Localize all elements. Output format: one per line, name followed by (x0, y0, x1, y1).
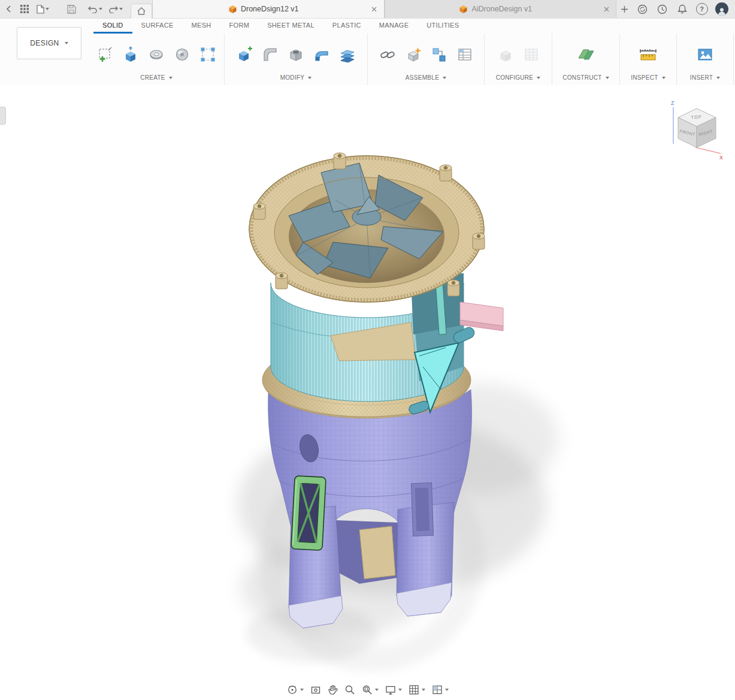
ribbon-group-row: CREATE (89, 34, 735, 85)
link-button[interactable] (378, 45, 397, 64)
extrude-button[interactable] (121, 45, 140, 64)
group-insert-menu[interactable]: INSERT (690, 73, 720, 85)
look-at-button[interactable] (308, 683, 323, 696)
group-inspect-menu[interactable]: INSPECT (631, 73, 665, 85)
fit-button[interactable] (359, 683, 381, 696)
tab-mesh[interactable]: MESH (183, 19, 220, 34)
new-component-button[interactable] (404, 45, 423, 64)
app-grid-button[interactable] (17, 0, 32, 18)
group-configure: CONFIGURE (484, 34, 552, 85)
save-button[interactable] (63, 0, 79, 18)
new-component-icon (405, 46, 422, 63)
viewports-button[interactable] (429, 683, 451, 696)
document-tab-active[interactable]: DroneDsign12 v1 (152, 0, 385, 18)
group-configure-menu[interactable]: CONFIGURE (496, 73, 541, 85)
new-tab-button[interactable] (616, 0, 633, 18)
fillet-button[interactable] (261, 45, 280, 64)
account-button[interactable] (712, 0, 731, 18)
redo-icon (108, 5, 118, 13)
configuration-icon (497, 46, 514, 63)
document-tab-label: DroneDsign12 v1 (241, 5, 299, 13)
sphere-button[interactable] (173, 45, 192, 64)
document-tab-label: AiDroneDesign v1 (471, 5, 532, 13)
group-construct-menu[interactable]: CONSTRUCT (562, 73, 609, 85)
create-sketch-button[interactable] (95, 45, 114, 64)
group-create-menu[interactable]: CREATE (140, 73, 173, 85)
tab-close-button[interactable] (370, 4, 379, 14)
dropdown-caret-icon (606, 77, 609, 79)
back-button[interactable] (1, 0, 17, 18)
viewport-canvas[interactable]: Z X TOP FRONT RIGHT (0, 85, 735, 700)
display-settings-button[interactable] (383, 684, 404, 696)
redo-button[interactable] (105, 0, 126, 18)
measure-button[interactable] (639, 45, 658, 64)
notifications-button[interactable] (672, 0, 692, 18)
construct-plane-button[interactable] (576, 45, 595, 64)
bell-icon (677, 4, 687, 14)
help-button[interactable]: ? (692, 0, 712, 18)
tab-form[interactable]: FORM (220, 19, 259, 34)
create-sketch-icon (96, 46, 113, 63)
insert-button[interactable] (695, 45, 715, 64)
grid-snap-button[interactable] (406, 683, 428, 696)
configuration-button[interactable] (496, 45, 515, 64)
tab-solid[interactable]: SOLID (93, 19, 132, 34)
file-icon (37, 5, 44, 14)
tab-manage[interactable]: MANAGE (370, 19, 418, 34)
tab-close-button[interactable] (601, 4, 611, 14)
revolve-button[interactable] (147, 45, 166, 64)
dropdown-caret-icon (308, 77, 311, 79)
undo-button[interactable] (85, 0, 105, 18)
tab-surface[interactable]: SURFACE (132, 19, 183, 34)
avatar (715, 2, 728, 16)
joint-icon (431, 46, 447, 63)
close-icon (604, 7, 609, 12)
grid-caret-icon (422, 689, 425, 691)
side-hatch-recess (411, 482, 433, 536)
combine-button[interactable] (312, 45, 331, 64)
fan-duct[interactable] (249, 153, 485, 302)
viewports-caret-icon (445, 689, 449, 691)
dropdown-caret-icon (443, 77, 446, 79)
pan-button[interactable] (325, 683, 340, 696)
tab-sheet-metal[interactable]: SHEET METAL (258, 19, 323, 34)
file-menu-button[interactable] (32, 0, 53, 18)
sphere-icon (174, 46, 190, 63)
job-status-button[interactable] (633, 0, 652, 18)
group-construct: CONSTRUCT (552, 34, 619, 85)
zoom-button[interactable] (342, 683, 358, 696)
grid-icon (409, 684, 419, 695)
group-assemble-menu[interactable]: ASSEMBLE (406, 73, 446, 85)
tab-plastic[interactable]: PLASTIC (323, 19, 370, 34)
green-hatch-frame (291, 476, 326, 551)
model-drone-assembly[interactable] (0, 85, 735, 700)
tab-utilities[interactable]: UTILITIES (418, 19, 468, 34)
dropdown-caret-icon (716, 77, 720, 79)
titlebar-left-controls (0, 0, 152, 18)
view-cube[interactable]: Z X TOP FRONT RIGHT (668, 98, 725, 161)
app-titlebar: DroneDsign12 v1 AiDroneDesign v1 (0, 0, 735, 19)
bom-button[interactable] (455, 45, 474, 64)
press-pull-button[interactable] (235, 45, 254, 64)
joint-button[interactable] (429, 45, 449, 64)
dropdown-caret-icon (662, 77, 666, 79)
dropdown-caret-icon (537, 77, 540, 79)
thicken-icon (339, 46, 356, 63)
home-tab-button[interactable] (131, 4, 152, 19)
thicken-button[interactable] (338, 45, 357, 64)
shell-button[interactable] (286, 45, 306, 64)
workspace-selector[interactable]: DESIGN (17, 27, 81, 59)
group-assemble: ASSEMBLE (367, 34, 484, 85)
pattern-button[interactable] (198, 45, 217, 64)
configuration-table-button[interactable] (522, 45, 541, 64)
group-create: CREATE (89, 34, 224, 85)
look-at-icon (310, 684, 321, 695)
orbit-button[interactable] (285, 683, 306, 696)
workspace-label: DESIGN (30, 39, 59, 47)
group-modify-menu[interactable]: MODIFY (280, 73, 312, 85)
home-icon (137, 7, 146, 15)
help-icon: ? (696, 3, 708, 15)
document-tab-inactive[interactable]: AiDroneDesign v1 (385, 0, 617, 18)
pink-mount-plate[interactable] (460, 302, 503, 331)
recent-activity-button[interactable] (652, 0, 672, 18)
